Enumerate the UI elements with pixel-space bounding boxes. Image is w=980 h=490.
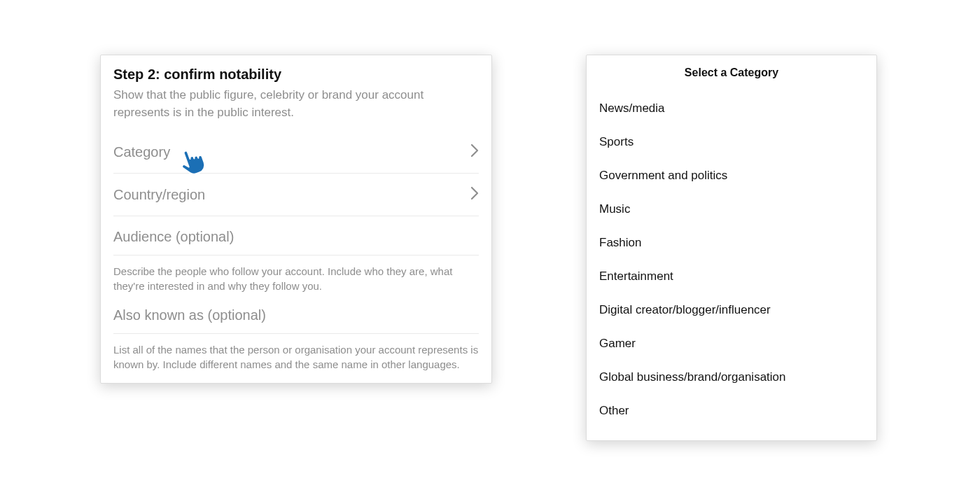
category-option[interactable]: Fashion bbox=[599, 226, 864, 260]
notability-form-panel: Step 2: confirm notability Show that the… bbox=[100, 55, 492, 384]
select-category-panel: Select a Category News/media Sports Gove… bbox=[586, 55, 877, 441]
chevron-right-icon bbox=[470, 186, 479, 203]
category-option[interactable]: Gamer bbox=[599, 327, 864, 360]
category-label: Category bbox=[113, 144, 170, 160]
select-category-title: Select a Category bbox=[599, 66, 864, 79]
category-option[interactable]: Government and politics bbox=[599, 159, 864, 192]
category-option[interactable]: News/media bbox=[599, 92, 864, 125]
chevron-right-icon bbox=[470, 144, 479, 160]
aka-help-text: List all of the names that the person or… bbox=[113, 334, 479, 372]
step-title: Step 2: confirm notability bbox=[113, 66, 479, 83]
category-option[interactable]: Sports bbox=[599, 125, 864, 159]
category-option[interactable]: Music bbox=[599, 192, 864, 226]
step-description: Show that the public figure, celebrity o… bbox=[113, 87, 479, 121]
category-option[interactable]: Entertainment bbox=[599, 260, 864, 293]
category-option[interactable]: Digital creator/blogger/influencer bbox=[599, 293, 864, 327]
country-label: Country/region bbox=[113, 187, 205, 203]
category-option[interactable]: Global business/brand/organisation bbox=[599, 360, 864, 394]
audience-label[interactable]: Audience (optional) bbox=[113, 216, 479, 255]
category-row[interactable]: Category bbox=[113, 131, 479, 174]
country-row[interactable]: Country/region bbox=[113, 174, 479, 216]
category-option[interactable]: Other bbox=[599, 394, 864, 428]
audience-help-text: Describe the people who follow your acco… bbox=[113, 255, 479, 295]
aka-label[interactable]: Also known as (optional) bbox=[113, 295, 479, 334]
